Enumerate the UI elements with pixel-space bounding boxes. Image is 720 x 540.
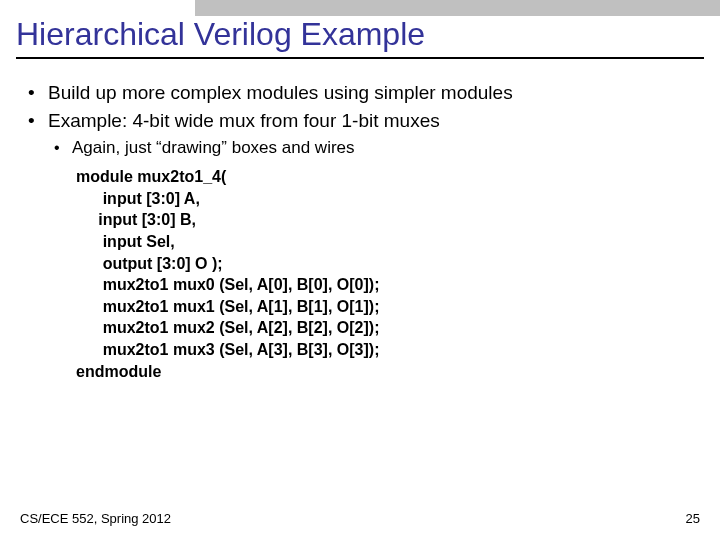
footer-course: CS/ECE 552, Spring 2012	[20, 511, 171, 526]
code-block: module mux2to1_4( input [3:0] A, input […	[76, 166, 700, 382]
top-accent-bar	[195, 0, 720, 16]
code-line: endmodule	[76, 361, 700, 383]
code-line: mux2to1 mux3 (Sel, A[3], B[3], O[3]);	[76, 339, 700, 361]
code-line: mux2to1 mux2 (Sel, A[2], B[2], O[2]);	[76, 317, 700, 339]
code-line: input [3:0] A,	[76, 188, 700, 210]
content-area: Build up more complex modules using simp…	[20, 80, 700, 382]
code-line: module mux2to1_4(	[76, 166, 700, 188]
code-line: input Sel,	[76, 231, 700, 253]
bullet-level2: Again, just “drawing” boxes and wires	[20, 137, 700, 160]
code-line: mux2to1 mux1 (Sel, A[1], B[1], O[1]);	[76, 296, 700, 318]
bullet-level1: Build up more complex modules using simp…	[20, 80, 700, 106]
footer-page-number: 25	[686, 511, 700, 526]
page-title: Hierarchical Verilog Example	[16, 16, 704, 59]
code-line: mux2to1 mux0 (Sel, A[0], B[0], O[0]);	[76, 274, 700, 296]
code-line: output [3:0] O );	[76, 253, 700, 275]
bullet-level1: Example: 4-bit wide mux from four 1-bit …	[20, 108, 700, 134]
code-line: input [3:0] B,	[76, 209, 700, 231]
